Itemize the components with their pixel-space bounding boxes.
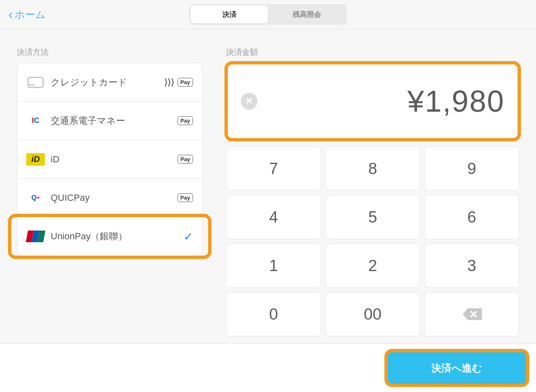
amount-display: ✕ ¥1,980 [226,63,519,140]
header: ‹ ホーム 決済 残高照会 [0,0,536,29]
payment-method-list: クレジットカード ⟩⟩⟩ Pay IC 交通系電子マネー Pay iD [17,63,203,256]
clear-amount-button[interactable]: ✕ [241,93,258,110]
svg-rect-0 [28,77,43,87]
backspace-icon [462,307,482,321]
key-6[interactable]: 6 [424,195,519,239]
key-4[interactable]: 4 [226,195,321,239]
tab-balance[interactable]: 残高照会 [268,5,345,23]
pm-label: 交通系電子マネー [51,115,178,127]
apple-pay-badge: Pay [178,193,193,202]
apple-pay-badge: Pay [178,116,193,125]
pm-label: クレジットカード [51,76,164,89]
footer: 決済へ進む [0,343,536,392]
payment-method-label: 決済方法 [17,47,203,58]
contactless-icon: ⟩⟩⟩ [164,77,174,88]
pm-label: QUICPay [51,192,178,203]
pm-label: iD [51,154,178,165]
payment-amount-label: 決済金額 [226,47,519,58]
transit-ic-icon: IC [26,113,45,128]
segmented-control: 決済 残高照会 [189,4,347,25]
pm-item-unionpay[interactable]: UnionPay（銀聯） ✓ [17,217,202,256]
key-backspace[interactable] [424,292,519,336]
chevron-left-icon: ‹ [8,7,13,22]
apple-pay-badge: Pay [178,78,193,87]
proceed-payment-button[interactable]: 決済へ進む [388,352,526,384]
key-5[interactable]: 5 [325,195,420,239]
pm-item-id[interactable]: iD iD Pay [17,140,202,179]
pm-item-transit-ic[interactable]: IC 交通系電子マネー Pay [17,102,202,140]
key-0[interactable]: 0 [226,292,321,336]
unionpay-icon [26,229,45,244]
amount-value: ¥1,980 [258,84,505,118]
key-00[interactable]: 00 [325,292,420,336]
quicpay-icon: Q+ [26,190,45,205]
key-2[interactable]: 2 [325,243,420,288]
back-home-button[interactable]: ‹ ホーム [8,7,46,22]
pm-label: UnionPay（銀聯） [51,230,183,243]
tab-payment[interactable]: 決済 [191,5,268,23]
check-icon: ✓ [183,230,193,243]
pm-item-quicpay[interactable]: Q+ QUICPay Pay [17,179,202,217]
key-8[interactable]: 8 [325,146,420,191]
apple-pay-badge: Pay [178,155,193,164]
close-icon: ✕ [245,96,253,107]
credit-card-icon [26,75,45,90]
key-3[interactable]: 3 [424,243,519,288]
pm-item-credit-card[interactable]: クレジットカード ⟩⟩⟩ Pay [17,63,202,102]
back-label: ホーム [15,8,46,21]
key-1[interactable]: 1 [226,243,321,288]
key-7[interactable]: 7 [226,146,321,191]
keypad: 7 8 9 4 5 6 1 2 3 0 00 [226,146,519,336]
key-9[interactable]: 9 [424,146,519,191]
id-icon: iD [26,152,45,167]
